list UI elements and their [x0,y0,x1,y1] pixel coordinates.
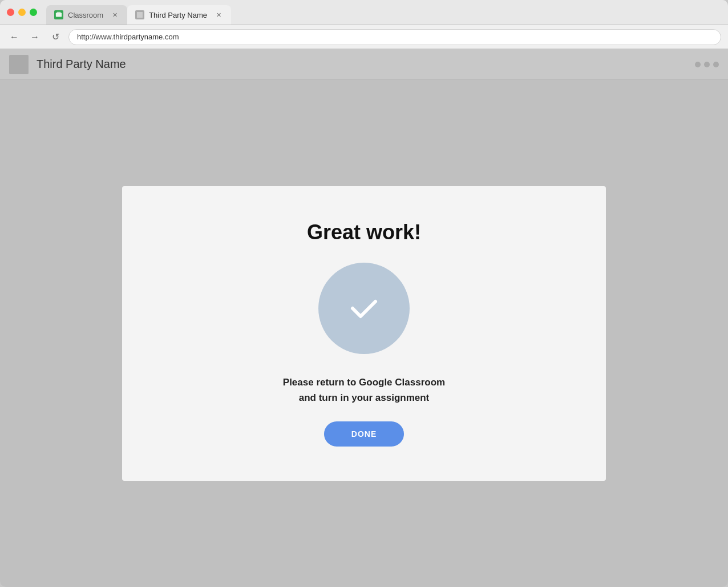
check-circle [318,263,410,354]
title-bar: Classroom ✕ Third Party Name ✕ [0,0,728,25]
address-bar[interactable]: http://www.thirdpartyname.com [68,29,721,45]
tab-thirdparty-close[interactable]: ✕ [214,10,223,19]
dot-3 [713,62,719,67]
traffic-lights [7,9,37,16]
app-title: Third Party Name [37,58,126,71]
reload-button[interactable]: ↺ [48,30,63,45]
dot-1 [695,62,701,67]
app-header-left: Third Party Name [9,55,126,74]
browser-window: Classroom ✕ Third Party Name ✕ ← → ↺ htt… [0,0,728,587]
classroom-favicon [54,10,63,19]
close-button[interactable] [7,9,14,16]
forward-button[interactable]: → [27,30,42,45]
card-title: Great work! [307,220,421,244]
back-button[interactable]: ← [7,30,22,45]
svg-rect-2 [137,12,143,18]
card-message-line2: and turn in your assignment [299,392,430,403]
app-header-dots [695,62,719,67]
tab-classroom[interactable]: Classroom ✕ [46,5,127,25]
url-text: http://www.thirdpartyname.com [77,33,179,41]
svg-rect-0 [56,13,62,17]
completion-card: Great work! Please return to Google Clas… [122,186,606,481]
tab-classroom-close[interactable]: ✕ [110,10,119,19]
tab-classroom-label: Classroom [68,11,103,19]
done-button[interactable]: DONE [324,421,404,447]
dot-2 [704,62,710,67]
maximize-button[interactable] [30,9,37,16]
app-header: Third Party Name [0,49,728,80]
tabs-bar: Classroom ✕ Third Party Name ✕ [46,0,721,25]
thirdparty-favicon [135,10,144,19]
app-logo [9,55,29,74]
card-message: Please return to Google Classroom and tu… [283,375,445,405]
minimize-button[interactable] [18,9,26,16]
tab-thirdparty[interactable]: Third Party Name ✕ [127,5,231,25]
address-bar-row: ← → ↺ http://www.thirdpartyname.com [0,25,728,49]
checkmark-icon [343,288,385,329]
page-content: Great work! Please return to Google Clas… [0,80,728,587]
tab-thirdparty-label: Third Party Name [149,11,207,19]
svg-rect-1 [57,12,61,13]
card-message-line1: Please return to Google Classroom [283,377,445,388]
